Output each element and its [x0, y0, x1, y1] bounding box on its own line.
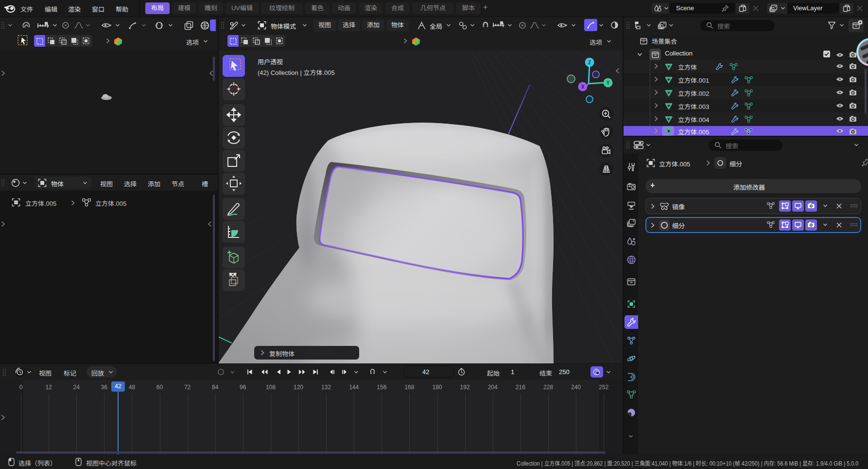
- svg-text:Z: Z: [588, 60, 591, 65]
- svg-text:Y: Y: [607, 80, 610, 86]
- svg-text:X: X: [581, 84, 585, 90]
